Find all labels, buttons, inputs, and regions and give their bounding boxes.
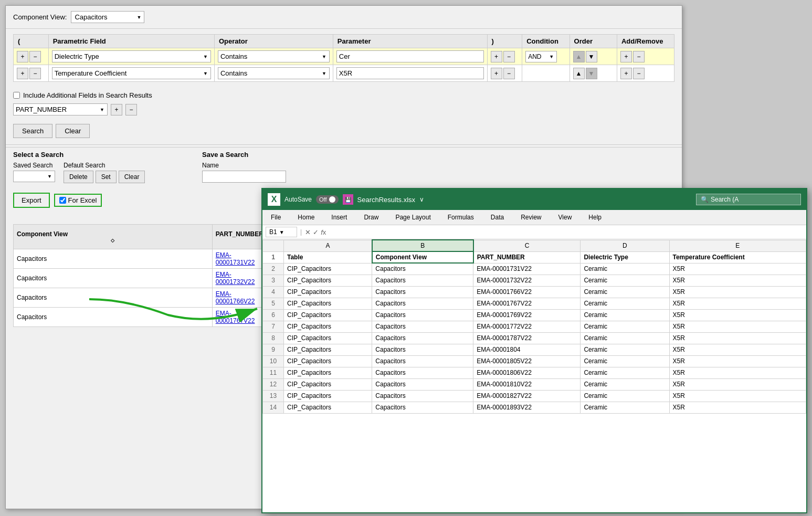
row2-parameter-input[interactable] <box>336 67 484 79</box>
row1-parameter-input[interactable] <box>336 50 484 62</box>
cell-D14[interactable]: Ceramic <box>581 402 669 413</box>
cell-D2[interactable]: Ceramic <box>581 263 669 275</box>
col-header-E[interactable]: E <box>669 240 806 251</box>
formula-x-icon[interactable]: ✕ <box>305 228 311 236</box>
cell-A2[interactable]: CIP_Capacitors <box>284 263 372 275</box>
cell-E13[interactable]: X5R <box>669 390 806 402</box>
include-additional-checkbox[interactable] <box>13 92 20 99</box>
cell-D3[interactable]: Ceramic <box>581 275 669 286</box>
search-button[interactable]: Search <box>13 124 52 138</box>
cell-D9[interactable]: Ceramic <box>581 344 669 355</box>
cell-C1[interactable]: PART_NUMBER <box>473 251 581 263</box>
r2-part-link[interactable]: EMA-00001732V22 <box>216 271 255 286</box>
cell-B5[interactable]: Capacitors <box>372 298 473 309</box>
cell-D6[interactable]: Ceramic <box>581 309 669 321</box>
ribbon-tab-draw[interactable]: Draw <box>361 212 382 223</box>
row2-remove-open-paren[interactable]: − <box>29 68 41 79</box>
add-additional-field[interactable]: + <box>111 104 122 115</box>
row2-remove-close-paren[interactable]: − <box>503 68 515 79</box>
saved-search-select[interactable] <box>13 171 55 182</box>
cell-E5[interactable]: X5R <box>669 298 806 309</box>
row2-order-down[interactable]: ▼ <box>586 68 597 79</box>
row2-add-row[interactable]: + <box>620 68 632 79</box>
cell-E1[interactable]: Temperature Coefficient <box>669 251 806 263</box>
cell-C14[interactable]: EMA-00001893V22 <box>473 402 581 413</box>
cell-E3[interactable]: X5R <box>669 275 806 286</box>
save-name-input[interactable] <box>202 171 286 183</box>
cell-D1[interactable]: Dielectric Type <box>581 251 669 263</box>
cell-C2[interactable]: EMA-00001731V22 <box>473 263 581 275</box>
save-icon[interactable]: 💾 <box>343 194 353 205</box>
cell-B4[interactable]: Capacitors <box>372 286 473 298</box>
cell-D5[interactable]: Ceramic <box>581 298 669 309</box>
cell-C12[interactable]: EMA-00001810V22 <box>473 378 581 390</box>
cell-A14[interactable]: CIP_Capacitors <box>284 402 372 413</box>
row1-field-select[interactable]: Dielectric Type <box>52 50 211 62</box>
cell-D12[interactable]: Ceramic <box>581 378 669 390</box>
cell-E8[interactable]: X5R <box>669 332 806 344</box>
cell-E14[interactable]: X5R <box>669 402 806 413</box>
ribbon-tab-help[interactable]: Help <box>585 212 605 223</box>
row1-operator-select[interactable]: Contains <box>218 50 330 62</box>
cell-A6[interactable]: CIP_Capacitors <box>284 309 372 321</box>
ribbon-tab-insert[interactable]: Insert <box>328 212 350 223</box>
cell-B10[interactable]: Capacitors <box>372 355 473 367</box>
cell-C3[interactable]: EMA-00001732V22 <box>473 275 581 286</box>
cell-A8[interactable]: CIP_Capacitors <box>284 332 372 344</box>
cell-E11[interactable]: X5R <box>669 367 806 378</box>
remove-additional-field[interactable]: − <box>125 104 137 115</box>
cell-A5[interactable]: CIP_Capacitors <box>284 298 372 309</box>
cell-A13[interactable]: CIP_Capacitors <box>284 390 372 402</box>
cell-C4[interactable]: EMA-00001766V22 <box>473 286 581 298</box>
cell-C10[interactable]: EMA-00001805V22 <box>473 355 581 367</box>
cell-B3[interactable]: Capacitors <box>372 275 473 286</box>
cell-E10[interactable]: X5R <box>669 355 806 367</box>
cell-A9[interactable]: CIP_Capacitors <box>284 344 372 355</box>
clear-search-button[interactable]: Clear <box>119 171 145 183</box>
row1-remove-row[interactable]: − <box>633 51 645 62</box>
cell-B14[interactable]: Capacitors <box>372 402 473 413</box>
col-header-B[interactable]: B <box>372 240 473 251</box>
cell-B12[interactable]: Capacitors <box>372 378 473 390</box>
row1-order-down[interactable]: ▼ <box>586 51 597 62</box>
row1-remove-close-paren[interactable]: − <box>503 51 515 62</box>
row1-add-close-paren[interactable]: + <box>491 51 502 62</box>
cell-E2[interactable]: X5R <box>669 263 806 275</box>
cell-D4[interactable]: Ceramic <box>581 286 669 298</box>
row1-condition-select[interactable]: AND OR <box>525 51 557 62</box>
ribbon-tab-pagelayout[interactable]: Page Layout <box>392 212 434 223</box>
cell-D8[interactable]: Ceramic <box>581 332 669 344</box>
cell-D10[interactable]: Ceramic <box>581 355 669 367</box>
component-view-select[interactable]: Capacitors <box>71 11 144 23</box>
ribbon-tab-file[interactable]: File <box>268 212 284 223</box>
cell-A7[interactable]: CIP_Capacitors <box>284 321 372 332</box>
formula-check-icon[interactable]: ✓ <box>313 228 319 236</box>
cell-A10[interactable]: CIP_Capacitors <box>284 355 372 367</box>
additional-field-select[interactable]: PART_NUMBER <box>13 103 108 115</box>
cell-D7[interactable]: Ceramic <box>581 321 669 332</box>
row1-add-row[interactable]: + <box>620 51 632 62</box>
cell-C7[interactable]: EMA-00001772V22 <box>473 321 581 332</box>
row1-add-open-paren[interactable]: + <box>17 51 28 62</box>
formula-input[interactable]: Component View <box>329 227 803 237</box>
cell-ref-dropdown-icon[interactable]: ▼ <box>279 229 284 235</box>
row2-field-select[interactable]: Temperature Coefficient <box>52 67 211 79</box>
ribbon-tab-view[interactable]: View <box>555 212 575 223</box>
cell-D13[interactable]: Ceramic <box>581 390 669 402</box>
excel-search-box[interactable]: 🔍 Search (A <box>696 194 801 205</box>
row2-order-up[interactable]: ▲ <box>573 68 585 79</box>
col-header-D[interactable]: D <box>581 240 669 251</box>
cell-B9[interactable]: Capacitors <box>372 344 473 355</box>
cell-C5[interactable]: EMA-00001767V22 <box>473 298 581 309</box>
clear-button[interactable]: Clear <box>56 124 90 138</box>
row1-order-up[interactable]: ▲ <box>573 51 585 62</box>
ribbon-tab-formulas[interactable]: Formulas <box>445 212 477 223</box>
cell-B6[interactable]: Capacitors <box>372 309 473 321</box>
cell-A4[interactable]: CIP_Capacitors <box>284 286 372 298</box>
row2-add-close-paren[interactable]: + <box>491 68 502 79</box>
row2-operator-select[interactable]: Contains <box>218 67 330 79</box>
cell-D11[interactable]: Ceramic <box>581 367 669 378</box>
cell-A1[interactable]: Table <box>284 251 372 263</box>
cell-B13[interactable]: Capacitors <box>372 390 473 402</box>
cell-B11[interactable]: Capacitors <box>372 367 473 378</box>
